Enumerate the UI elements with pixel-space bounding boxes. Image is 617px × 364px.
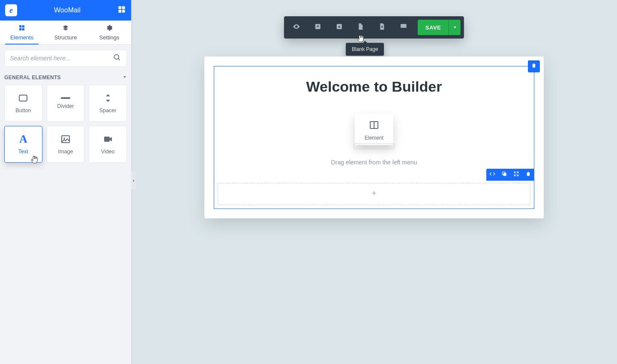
svg-rect-5 [22, 25, 24, 27]
download-square-icon [314, 23, 322, 32]
tooltip-blank-page: Blank Page [346, 43, 384, 56]
element-video[interactable]: Video [89, 126, 127, 163]
element-image-label: Image [58, 149, 73, 155]
tab-structure-label: Structure [54, 34, 77, 41]
row-edit-code-button[interactable] [486, 169, 498, 181]
element-divider[interactable]: Divider [47, 85, 85, 122]
code-icon [489, 171, 495, 179]
upload-square-icon [335, 23, 343, 32]
desktop-icon [400, 23, 407, 32]
svg-point-12 [63, 137, 65, 139]
row-toolbar [486, 169, 534, 181]
export-button[interactable] [329, 16, 350, 39]
section-general-header[interactable]: GENERAL ELEMENTS [0, 72, 131, 85]
canvas-heading: Welcome to Builder [221, 78, 527, 95]
element-button-label: Button [15, 107, 31, 113]
tab-settings-label: Settings [99, 34, 120, 41]
spacer-arrows-icon [103, 93, 113, 103]
file-icon [357, 23, 365, 32]
tooltip-text: Blank Page [352, 46, 378, 52]
element-image[interactable]: Image [47, 126, 85, 163]
video-camera-icon [103, 134, 113, 144]
sidebar: e WooMail Elements Structure Settings GE… [0, 0, 131, 364]
apps-grid-button[interactable] [117, 5, 126, 15]
elements-grid: Button Divider Spacer A Text Image Video [0, 85, 131, 168]
chevron-left-icon [132, 176, 135, 184]
svg-rect-16 [401, 24, 407, 28]
save-group: SAVE [418, 20, 461, 35]
element-spacer[interactable]: Spacer [89, 85, 127, 122]
svg-rect-1 [122, 6, 125, 9]
template-button[interactable] [371, 16, 393, 39]
chevron-down-icon [123, 75, 127, 81]
app-logo-letter: e [9, 6, 13, 15]
drag-ghost-label: Element [365, 135, 383, 141]
caret-down-icon [453, 24, 457, 31]
search-box[interactable] [4, 50, 127, 67]
element-text[interactable]: A Text [4, 126, 42, 163]
tab-elements-label: Elements [10, 34, 33, 41]
save-dropdown-button[interactable] [449, 20, 461, 35]
expand-icon [513, 171, 519, 179]
preview-button[interactable] [286, 16, 307, 39]
gear-icon [106, 24, 113, 33]
save-button[interactable]: SAVE [418, 20, 449, 35]
drop-target-indicator [353, 143, 395, 149]
tab-structure[interactable]: Structure [44, 21, 87, 44]
svg-rect-19 [503, 173, 506, 176]
app-logo[interactable]: e [5, 4, 17, 16]
svg-rect-13 [104, 137, 110, 142]
row-delete-button[interactable] [522, 169, 534, 181]
import-button[interactable] [307, 16, 329, 39]
row-expand-button[interactable] [510, 169, 522, 181]
content-area[interactable]: Welcome to Builder Element Drag element … [214, 66, 534, 180]
builder-stage: SAVE Blank Page Welcome to Builder Eleme… [131, 0, 617, 364]
tab-settings[interactable]: Settings [87, 21, 131, 44]
app-title: WooMail [17, 6, 117, 14]
top-toolbar: SAVE [284, 16, 464, 39]
element-video-label: Video [101, 149, 115, 155]
svg-rect-3 [122, 10, 125, 13]
element-button[interactable]: Button [4, 85, 42, 122]
text-a-icon: A [18, 134, 28, 144]
svg-line-9 [118, 59, 120, 60]
sidebar-tabs: Elements Structure Settings [0, 21, 131, 45]
search-wrap [0, 45, 131, 72]
email-canvas: Welcome to Builder Element Drag element … [204, 57, 544, 218]
plus-icon [371, 190, 377, 198]
elements-grid-icon [18, 24, 25, 33]
layers-icon [62, 24, 69, 33]
search-input[interactable] [10, 55, 113, 62]
divider-line-icon [61, 97, 70, 99]
trash-icon [525, 171, 531, 179]
svg-rect-10 [19, 95, 27, 101]
add-row-button[interactable] [218, 183, 530, 205]
row-duplicate-button[interactable] [498, 169, 510, 181]
brand-bar: e WooMail [0, 0, 131, 21]
responsive-button[interactable] [393, 16, 414, 39]
svg-rect-6 [19, 28, 21, 30]
tab-elements[interactable]: Elements [0, 21, 44, 44]
element-divider-label: Divider [57, 103, 74, 109]
svg-rect-0 [119, 6, 122, 9]
svg-rect-7 [22, 28, 24, 30]
section-general-title: GENERAL ELEMENTS [4, 75, 61, 81]
svg-rect-2 [119, 10, 122, 13]
svg-point-8 [114, 54, 119, 59]
element-spacer-label: Spacer [99, 107, 117, 113]
sidebar-collapse-handle[interactable] [131, 171, 136, 189]
image-icon [60, 134, 71, 144]
search-icon [113, 53, 121, 63]
drag-ghost-element[interactable]: Element [355, 114, 393, 145]
button-outline-icon [18, 93, 28, 103]
drop-hint: Drag element from the left menu [221, 159, 527, 166]
blank-page-button[interactable] [350, 16, 371, 39]
copy-icon [501, 171, 507, 179]
svg-rect-4 [19, 25, 21, 27]
eye-icon [293, 23, 300, 32]
element-text-label: Text [18, 149, 28, 155]
template-frame[interactable]: Welcome to Builder Element Drag element … [214, 66, 534, 209]
file-download-icon [378, 23, 386, 32]
columns-icon [369, 120, 379, 131]
